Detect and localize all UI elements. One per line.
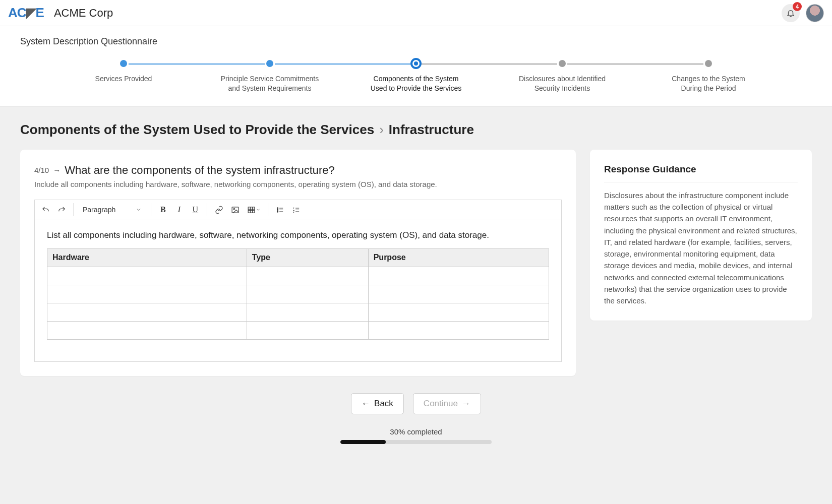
table-cell[interactable] (368, 267, 549, 285)
table-row[interactable] (47, 303, 549, 321)
chevron-right-icon: › (379, 122, 384, 138)
step-0[interactable]: Services Provided (50, 60, 197, 84)
step-1[interactable]: Principle Service Commitments and System… (197, 60, 343, 93)
underline-button[interactable]: U (188, 202, 203, 217)
guidance-card: Response Guidance Disclosures about the … (590, 150, 812, 321)
table-cell[interactable] (368, 321, 549, 339)
step-label: Principle Service Commitments and System… (197, 74, 343, 93)
table-cell[interactable] (47, 285, 247, 303)
step-3[interactable]: Disclosures about Identified Security In… (489, 60, 635, 93)
editor-toolbar: Paragraph B I U (35, 200, 561, 220)
svg-rect-0 (232, 207, 239, 213)
back-label: Back (374, 399, 393, 409)
company-name: ACME Corp (54, 7, 113, 20)
back-button[interactable]: ← Back (351, 393, 404, 414)
question-card: 4/10 → What are the components of the sy… (20, 150, 576, 376)
image-button[interactable] (227, 202, 243, 217)
table-cell[interactable] (47, 321, 247, 339)
table-cell[interactable] (247, 285, 368, 303)
bullet-list-icon (276, 206, 284, 214)
table-button[interactable] (244, 202, 264, 217)
question-description: Include all components including hardwar… (34, 180, 562, 188)
stepper-panel: System Description Questionnaire Service… (0, 26, 832, 107)
avatar[interactable] (806, 4, 824, 22)
notification-badge: 4 (793, 2, 802, 11)
table-icon (247, 206, 256, 214)
link-button[interactable] (211, 202, 226, 217)
chevron-down-icon (136, 207, 142, 213)
numbered-list-icon (292, 206, 301, 214)
svg-point-4 (277, 209, 278, 210)
editor-body[interactable]: List all components including hardware, … (35, 220, 561, 361)
rich-text-editor: Paragraph B I U (34, 200, 562, 362)
arrow-left-icon: ← (362, 399, 370, 409)
table-header: Hardware (47, 248, 247, 267)
table-row[interactable] (47, 267, 549, 285)
image-icon (231, 206, 240, 214)
undo-button[interactable] (38, 202, 53, 217)
svg-point-3 (277, 208, 278, 209)
arrow-right-icon: → (462, 399, 470, 409)
table-cell[interactable] (247, 303, 368, 321)
notifications-button[interactable]: 4 (782, 4, 800, 22)
table-cell[interactable] (368, 285, 549, 303)
step-dot (120, 60, 127, 67)
stepper-title: System Description Questionnaire (20, 36, 812, 47)
stepper: Services ProvidedPrinciple Service Commi… (20, 60, 812, 93)
logo-triangle-icon: ◤ (26, 5, 36, 21)
question-title: What are the components of the system in… (65, 164, 335, 177)
bullet-list-button[interactable] (272, 202, 287, 217)
step-label: Components of the System Used to Provide… (343, 74, 489, 93)
breadcrumb-section: Components of the System Used to Provide… (20, 122, 374, 138)
table-cell[interactable] (47, 267, 247, 285)
step-dot (705, 60, 712, 67)
table-row[interactable] (47, 285, 549, 303)
question-counter: 4/10 (34, 166, 49, 174)
step-label: Changes to the System During the Period (635, 74, 782, 93)
link-icon (215, 206, 223, 214)
format-select[interactable]: Paragraph (78, 202, 147, 217)
guidance-title: Response Guidance (604, 164, 798, 182)
continue-button[interactable]: Continue → (413, 393, 481, 414)
italic-button[interactable]: I (171, 202, 187, 217)
redo-button[interactable] (54, 202, 69, 217)
svg-point-1 (233, 208, 235, 210)
table-row[interactable] (47, 321, 549, 339)
progress-bar (340, 440, 492, 444)
logo: AC◤E (8, 5, 47, 21)
step-dot (559, 60, 566, 67)
chevron-down-icon (256, 207, 261, 212)
step-4[interactable]: Changes to the System During the Period (635, 60, 782, 93)
redo-icon (57, 206, 66, 214)
arrow-right-icon: → (53, 166, 61, 174)
table-cell[interactable] (368, 303, 549, 321)
guidance-body: Disclosures about the infrastructure com… (604, 190, 798, 307)
editor-intro: List all components including hardware, … (47, 230, 549, 240)
nav-row: ← Back Continue → (20, 393, 812, 414)
breadcrumb: Components of the System Used to Provide… (20, 122, 812, 138)
breadcrumb-page: Infrastructure (389, 122, 474, 138)
infrastructure-table[interactable]: HardwareTypePurpose (47, 248, 549, 340)
top-bar: AC◤E ACME Corp 4 (0, 0, 832, 26)
step-2[interactable]: Components of the System Used to Provide… (343, 60, 489, 93)
table-header: Purpose (368, 248, 549, 267)
undo-icon (41, 206, 50, 214)
svg-point-5 (277, 211, 278, 212)
step-dot (266, 60, 273, 67)
numbered-list-button[interactable] (288, 202, 304, 217)
continue-label: Continue (424, 399, 458, 409)
progress-section: 30% completed (20, 427, 812, 444)
format-label: Paragraph (83, 206, 115, 214)
table-cell[interactable] (47, 303, 247, 321)
table-cell[interactable] (247, 321, 368, 339)
step-dot (410, 58, 422, 69)
step-label: Services Provided (50, 74, 197, 84)
progress-fill (340, 440, 386, 444)
table-cell[interactable] (247, 267, 368, 285)
progress-label: 30% completed (20, 427, 812, 436)
step-label: Disclosures about Identified Security In… (489, 74, 635, 93)
bold-button[interactable]: B (155, 202, 170, 217)
main: Components of the System Used to Provide… (0, 107, 832, 459)
table-header: Type (247, 248, 368, 267)
svg-rect-2 (248, 207, 255, 213)
